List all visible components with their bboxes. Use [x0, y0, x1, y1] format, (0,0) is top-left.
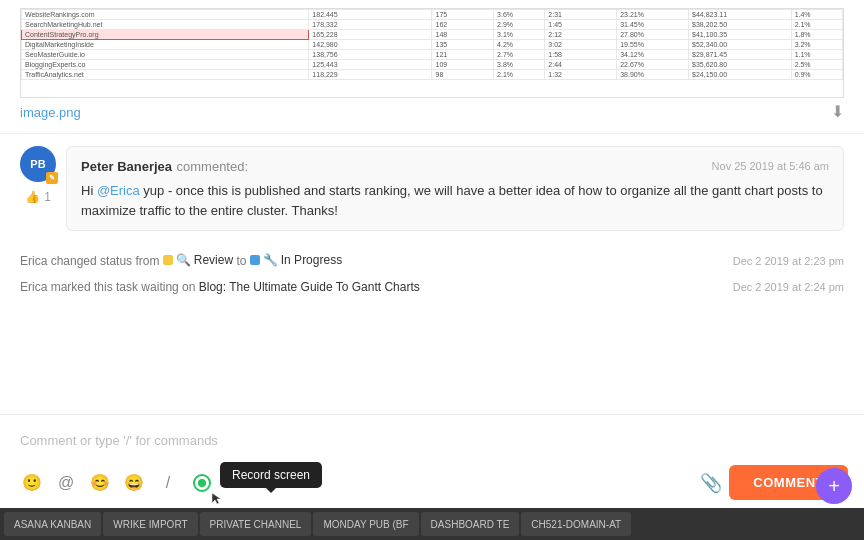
emoji-icon[interactable]: 😊: [84, 467, 116, 499]
main-container: WebsiteRankings.com182,4451753.6%2:3123.…: [0, 0, 864, 540]
activity-item-waiting: Erica marked this task waiting on Blog: …: [20, 274, 844, 300]
reaction-icon[interactable]: 😄: [118, 467, 150, 499]
activity-section: Erica changed status from 🔍 Review to 🔧 …: [0, 243, 864, 304]
activity-date-1: Dec 2 2019 at 2:23 pm: [733, 255, 844, 267]
avatar: PB ✎: [20, 146, 56, 182]
taskbar-item-3[interactable]: MONDAY PUB (BF: [313, 512, 418, 536]
svg-point-1: [198, 479, 206, 487]
taskbar-item-0[interactable]: ASANA KANBAN: [4, 512, 101, 536]
taskbar-item-4[interactable]: DASHBOARD TE: [421, 512, 520, 536]
bottom-taskbar: ASANA KANBAN WRIKE IMPORT PRIVATE CHANNE…: [0, 508, 864, 540]
comment-text: Hi @Erica yup - once this is published a…: [81, 181, 829, 220]
mention-icon[interactable]: @: [50, 467, 82, 499]
comment-action: commented:: [177, 159, 249, 174]
comment-placeholder: Comment or type '/' for commands: [20, 433, 218, 448]
taskbar-item-2[interactable]: PRIVATE CHANNEL: [200, 512, 312, 536]
thumbs-up-icon[interactable]: 👍: [25, 190, 40, 204]
comment-date: Nov 25 2019 at 5:46 am: [712, 160, 829, 172]
comment-toolbar: 🙂 @ 😊 😄 /: [0, 459, 864, 508]
comment-input-area: Comment or type '/' for commands Record …: [0, 414, 864, 508]
record-screen-icon[interactable]: [186, 467, 218, 499]
taskbar-item-1[interactable]: WRIKE IMPORT: [103, 512, 197, 536]
comment-header: Peter Banerjea commented: Nov 25 2019 at…: [81, 157, 829, 175]
slash-command-icon[interactable]: /: [152, 467, 184, 499]
record-screen-tooltip: Record screen: [220, 462, 322, 488]
spreadsheet-preview: WebsiteRankings.com182,4451753.6%2:3123.…: [20, 8, 844, 98]
svg-marker-2: [212, 493, 221, 504]
image-section: WebsiteRankings.com182,4451753.6%2:3123.…: [0, 0, 864, 134]
activity-item-status: Erica changed status from 🔍 Review to 🔧 …: [20, 247, 844, 274]
taskbar-item-5[interactable]: CH521-DOMAIN-AT: [521, 512, 631, 536]
status-yellow-square: [163, 255, 173, 265]
activity-date-2: Dec 2 2019 at 2:24 pm: [733, 281, 844, 293]
comment-input-box[interactable]: Comment or type '/' for commands: [0, 415, 864, 459]
image-filename: image.png: [20, 105, 81, 120]
commenter-name: Peter Banerjea: [81, 159, 172, 174]
attachment-icon[interactable]: 📎: [695, 467, 727, 499]
comment-section: PB ✎ 👍 1 Peter Banerjea commented: Nov 2…: [0, 134, 864, 243]
mention: @Erica: [97, 183, 140, 198]
download-icon[interactable]: ⬇: [831, 102, 844, 121]
like-section: 👍 1: [25, 190, 51, 204]
add-button[interactable]: +: [816, 468, 852, 504]
status-blue-square: [250, 255, 260, 265]
comment-bubble: Peter Banerjea commented: Nov 25 2019 at…: [66, 146, 844, 231]
task-link[interactable]: Blog: The Ultimate Guide To Gantt Charts: [199, 280, 420, 294]
emoji-people-icon[interactable]: 🙂: [16, 467, 48, 499]
avatar-badge: ✎: [46, 172, 58, 184]
